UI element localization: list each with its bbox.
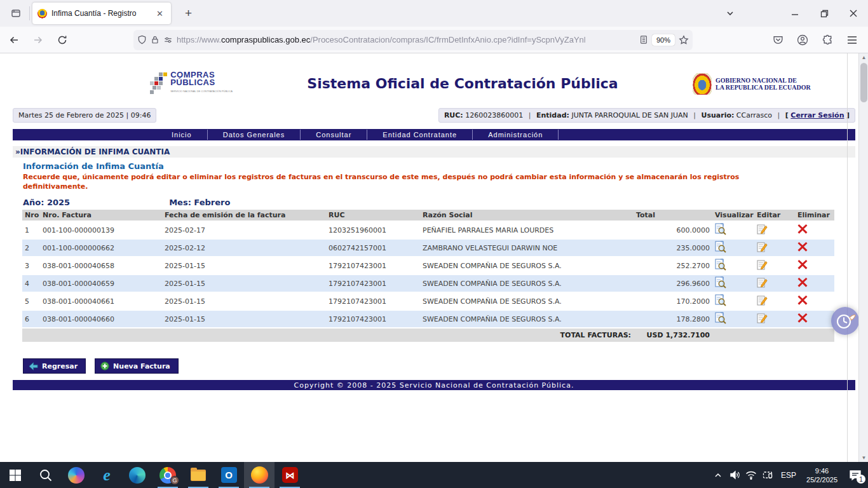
reload-button[interactable] <box>52 30 72 50</box>
warning-text: Recuerde que, únicamente podrá editar o … <box>23 172 798 191</box>
eliminar-icon[interactable] <box>795 274 834 292</box>
table-row: 6 038-001-000040660 2025-01-15 179210742… <box>22 310 834 328</box>
visualizar-icon[interactable] <box>712 292 754 310</box>
eliminar-icon[interactable] <box>795 221 834 239</box>
logo-line2: PÚBLICAS <box>170 79 233 86</box>
language-indicator[interactable]: ESP <box>776 471 801 480</box>
windows-taskbar: e G O ⋈ ESP 9:46 25/2/2025 <box>0 462 868 488</box>
visualizar-icon[interactable] <box>712 274 754 292</box>
taskbar-acrobat-icon[interactable]: ⋈ <box>275 462 305 488</box>
active-tab[interactable]: Infima Cuantía - Registro ✕ <box>32 3 171 24</box>
site-favicon-icon <box>37 9 47 18</box>
taskbar-file-explorer-icon[interactable] <box>183 462 214 488</box>
scroll-down-icon[interactable]: ▼ <box>859 455 868 461</box>
window-close-button[interactable] <box>839 0 868 27</box>
pocket-icon[interactable] <box>768 30 787 50</box>
site-header: COMPRAS PÚBLICAS SERVICIO NACIONAL DE CO… <box>13 53 855 103</box>
lock-icon[interactable] <box>151 35 159 44</box>
datetime-chip: Martes 25 de Febrero de 2025 | 09:46 <box>13 108 156 123</box>
editar-icon[interactable] <box>754 221 795 239</box>
eliminar-icon[interactable] <box>795 257 834 274</box>
gov-logo-line1: GOBIERNO NACIONAL DE <box>715 77 811 84</box>
browser-toolbar: https://www.compraspublicas.gob.ec/Proce… <box>0 27 868 53</box>
reader-mode-icon[interactable] <box>639 35 648 44</box>
taskbar-internet-explorer-icon[interactable]: e <box>92 462 122 488</box>
nav-item-administracion[interactable]: Administración <box>473 130 558 139</box>
tray-time: 9:46 <box>806 466 837 475</box>
section-title: Información de Infima Cuantía <box>23 161 855 171</box>
nueva-factura-button[interactable]: Nueva Factura <box>95 358 179 374</box>
permissions-icon[interactable] <box>163 36 173 44</box>
window-minimize-button[interactable] <box>780 0 810 27</box>
taskbar-edge-icon[interactable] <box>122 462 153 488</box>
editar-icon[interactable] <box>754 257 795 274</box>
taskbar-firefox-icon[interactable] <box>244 462 275 488</box>
shield-icon[interactable] <box>137 35 147 44</box>
regresar-button[interactable]: Regresar <box>23 358 86 374</box>
editar-icon[interactable] <box>754 310 795 328</box>
tray-clock[interactable]: 9:46 25/2/2025 <box>801 466 843 484</box>
action-center-icon[interactable]: 1 <box>843 462 868 488</box>
usuario-value: CCarrasco <box>736 111 772 119</box>
screen-recorder-overlay-icon[interactable] <box>831 307 859 335</box>
facturas-table: Nro Nro. Factura Fecha de emisión de la … <box>22 210 834 343</box>
page-scrollbar[interactable]: ▲ ▼ <box>858 53 868 462</box>
menu-hamburger-icon[interactable] <box>843 30 862 50</box>
eliminar-icon[interactable] <box>795 310 834 328</box>
nav-item-consultar[interactable]: Consultar <box>301 130 367 139</box>
logout-link[interactable]: Cerrar Sesión <box>790 111 844 119</box>
visualizar-icon[interactable] <box>712 221 754 239</box>
eliminar-icon[interactable] <box>795 239 834 257</box>
main-navigation: Inicio Datos Generales Consultar Entidad… <box>13 129 855 140</box>
forward-button[interactable] <box>28 30 48 50</box>
new-tab-button[interactable]: + <box>180 6 197 20</box>
taskbar-chrome-icon[interactable]: G <box>153 462 183 488</box>
url-text[interactable]: https://www.compraspublicas.gob.ec/Proce… <box>177 35 635 44</box>
list-all-tabs-icon[interactable] <box>715 0 745 27</box>
breadcrumb: »INFORMACIÓN DE INFIMA CUANTIA <box>13 146 855 158</box>
table-row: 3 038-001-000040658 2025-01-15 179210742… <box>22 257 834 274</box>
notification-count-badge: 1 <box>857 475 865 484</box>
taskbar-outlook-icon[interactable]: O <box>214 462 244 488</box>
back-button[interactable] <box>4 30 24 50</box>
year-label: Año: 2025 <box>23 198 70 207</box>
extensions-icon[interactable] <box>818 30 837 50</box>
gov-logo-line2: LA REPUBLICA DEL ECUADOR <box>715 84 811 91</box>
total-value: USD 1,732.7100 <box>634 328 712 342</box>
wifi-icon[interactable] <box>743 462 759 488</box>
volume-icon[interactable] <box>726 462 743 488</box>
zoom-level-indicator[interactable]: 90% <box>652 34 675 46</box>
system-tray: ESP 9:46 25/2/2025 1 <box>710 462 868 488</box>
scroll-up-icon[interactable]: ▲ <box>859 55 868 60</box>
editar-icon[interactable] <box>754 292 795 310</box>
visualizar-icon[interactable] <box>712 257 754 274</box>
tray-date: 25/2/2025 <box>806 475 837 484</box>
nav-item-datos-generales[interactable]: Datos Generales <box>208 130 301 139</box>
bookmark-star-icon[interactable] <box>679 35 689 45</box>
visualizar-icon[interactable] <box>712 310 754 328</box>
window-restore-button[interactable] <box>810 0 839 27</box>
start-button[interactable] <box>0 462 31 488</box>
tab-close-icon[interactable]: ✕ <box>154 8 166 20</box>
tray-chevron-up-icon[interactable] <box>710 462 726 488</box>
nav-item-entidad-contratante[interactable]: Entidad Contratante <box>367 130 472 139</box>
visualizar-icon[interactable] <box>712 239 754 257</box>
entidad-value: JUNTA PARROQUIAL DE SAN JUAN <box>571 111 688 119</box>
url-bar[interactable]: https://www.compraspublicas.gob.ec/Proce… <box>133 30 693 50</box>
scrollbar-thumb[interactable] <box>860 63 867 102</box>
month-label: Mes: Febrero <box>169 198 230 207</box>
logo-subtitle: SERVICIO NACIONAL DE CONTRATACIÓN PÚBLIC… <box>170 88 233 95</box>
account-icon[interactable] <box>793 30 812 50</box>
editar-icon[interactable] <box>754 239 795 257</box>
government-logo: GOBIERNO NACIONAL DE LA REPUBLICA DEL EC… <box>693 73 839 95</box>
editar-icon[interactable] <box>754 274 795 292</box>
firefox-view-icon[interactable] <box>5 4 27 23</box>
page-title: Sistema Oficial de Contratación Pública <box>233 76 693 92</box>
taskbar-copilot-icon[interactable] <box>61 462 92 488</box>
nav-item-inicio[interactable]: Inicio <box>156 130 207 139</box>
tab-title: Infima Cuantía - Registro <box>51 9 149 18</box>
display-connect-icon[interactable] <box>759 462 776 488</box>
eliminar-icon[interactable] <box>795 292 834 310</box>
total-label: TOTAL FACTURAS: <box>420 328 634 342</box>
taskbar-search-icon[interactable] <box>31 462 61 488</box>
